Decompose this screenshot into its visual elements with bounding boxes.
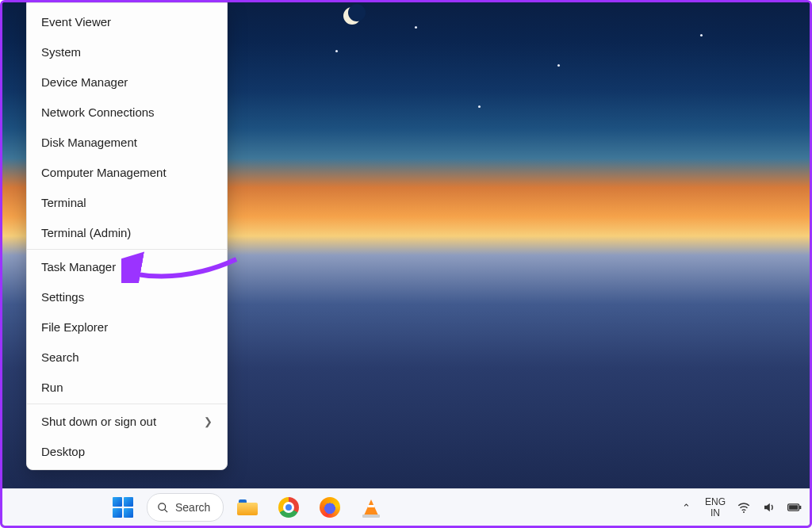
menu-item-file-explorer[interactable]: File Explorer: [27, 312, 227, 342]
menu-item-label: Shut down or sign out: [41, 415, 156, 428]
star-graphic: [557, 64, 560, 67]
vlc-icon: [364, 499, 378, 515]
menu-item-label: Search: [41, 350, 79, 364]
svg-line-1: [164, 509, 167, 512]
menu-item-run[interactable]: Run: [27, 372, 227, 402]
menu-item-label: Network Connections: [41, 105, 155, 119]
menu-item-label: Run: [41, 381, 63, 394]
menu-item-desktop[interactable]: Desktop: [27, 436, 227, 466]
star-graphic: [700, 34, 703, 36]
menu-item-disk-management[interactable]: Disk Management: [27, 127, 227, 157]
volume-icon[interactable]: [762, 500, 776, 515]
taskbar-app-firefox[interactable]: [312, 491, 347, 524]
chrome-icon: [278, 497, 299, 518]
menu-item-search[interactable]: Search: [27, 342, 227, 372]
taskbar-app-file-explorer[interactable]: [230, 491, 265, 524]
menu-separator: [27, 249, 227, 250]
menu-item-computer-management[interactable]: Computer Management: [27, 157, 227, 187]
wifi-icon[interactable]: [737, 500, 751, 515]
menu-item-label: Disk Management: [41, 136, 137, 149]
star-graphic: [415, 26, 417, 29]
menu-item-terminal[interactable]: Terminal: [27, 187, 227, 217]
star-graphic: [478, 105, 481, 108]
menu-item-label: System: [41, 45, 81, 59]
menu-item-system[interactable]: System: [27, 36, 227, 67]
menu-item-label: Desktop: [41, 445, 85, 458]
menu-item-shutdown-signout[interactable]: Shut down or sign out ❯: [27, 406, 227, 436]
firefox-icon: [320, 497, 340, 518]
menu-item-label: Terminal (Admin): [41, 226, 131, 239]
taskbar-app-chrome[interactable]: [271, 491, 306, 524]
menu-item-label: Task Manager: [41, 260, 116, 274]
menu-item-label: Settings: [41, 290, 84, 304]
windows-logo-icon: [113, 497, 133, 518]
star-graphic: [335, 50, 338, 52]
svg-point-0: [159, 503, 166, 510]
chevron-right-icon: ❯: [204, 415, 213, 427]
menu-separator: [27, 404, 227, 404]
taskbar: Search ⌃ ENG IN: [2, 488, 810, 526]
search-icon: [157, 502, 169, 514]
taskbar-search-label: Search: [175, 501, 210, 514]
language-top: ENG: [705, 496, 726, 507]
taskbar-search[interactable]: Search: [147, 493, 224, 522]
taskbar-app-vlc[interactable]: [354, 491, 389, 524]
menu-item-terminal-admin[interactable]: Terminal (Admin): [27, 217, 227, 247]
menu-item-label: Device Manager: [41, 75, 128, 89]
taskbar-center: Search: [105, 489, 389, 526]
winx-context-menu: Event Viewer System Device Manager Netwo…: [26, 2, 228, 470]
tray-overflow-button[interactable]: ⌃: [679, 502, 694, 514]
menu-item-device-manager[interactable]: Device Manager: [27, 67, 227, 97]
moon-graphic: [343, 7, 361, 25]
menu-item-label: Computer Management: [41, 166, 167, 179]
menu-item-label: Event Viewer: [41, 15, 111, 29]
system-tray: ⌃ ENG IN: [679, 489, 802, 526]
language-bottom: IN: [705, 507, 726, 518]
screenshot-frame: { "winx_menu": { "items": [ {"label":"Ev…: [0, 0, 812, 528]
svg-point-2: [743, 511, 745, 513]
menu-item-label: Terminal: [41, 196, 86, 209]
menu-item-network-connections[interactable]: Network Connections: [27, 97, 227, 127]
file-explorer-icon: [237, 499, 258, 515]
svg-rect-4: [789, 505, 798, 510]
language-indicator[interactable]: ENG IN: [705, 496, 726, 518]
battery-icon[interactable]: [787, 500, 802, 515]
svg-rect-5: [799, 506, 801, 509]
menu-item-task-manager[interactable]: Task Manager: [27, 251, 227, 281]
menu-item-label: File Explorer: [41, 320, 108, 334]
menu-item-event-viewer[interactable]: Event Viewer: [27, 6, 227, 36]
start-button[interactable]: [105, 491, 140, 524]
menu-item-settings[interactable]: Settings: [27, 281, 227, 312]
